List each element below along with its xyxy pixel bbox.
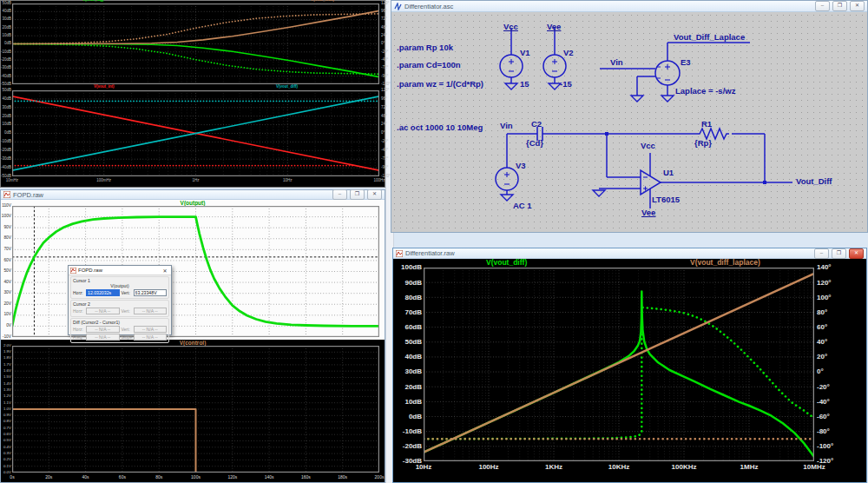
tick-label-left: 80dB (391, 294, 422, 301)
schematic-label-r1[interactable]: R1 (701, 120, 712, 129)
voltage-source-symbol[interactable] (543, 55, 566, 77)
schematic-label-vout[interactable]: Vout_Diff (796, 177, 832, 186)
restore-button[interactable]: ❐ (832, 1, 847, 11)
tick-label-left: 110V (0, 204, 11, 208)
diff-horz-input (86, 326, 120, 333)
bode-title-bar[interactable]: Differentiator.raw – ❐ ✕ (393, 248, 866, 259)
tick-label-x: 160s (297, 475, 314, 480)
tick-label-left: 1.7V (0, 363, 11, 367)
tick-label-right: 120° (817, 280, 832, 287)
schematic-label-param3[interactable]: .param wz = 1/(Cd*Rp) (397, 80, 483, 89)
tick-label-right: 120° (381, 2, 389, 6)
schematic-label-laplace[interactable]: Laplace = -s/wz (675, 87, 735, 96)
schematic-label-v2[interactable]: V2 (563, 49, 574, 57)
voltage-source-symbol[interactable] (500, 55, 523, 77)
tick-label-left: 40dB (0, 97, 11, 102)
tick-label-left: 100V (0, 215, 11, 219)
bode-window-title: Differentiator.raw (405, 249, 812, 257)
ground-symbol[interactable] (661, 96, 674, 102)
minimize-button[interactable]: – (815, 1, 830, 11)
minimize-button[interactable]: – (814, 248, 829, 259)
cursor1-horz-input[interactable] (86, 289, 120, 296)
schematic-label-cd[interactable]: {Cd} (526, 139, 543, 148)
tick-label-left: -20dB (391, 443, 422, 450)
schematic-label-param2[interactable]: .param Cd=100n (397, 61, 461, 69)
cursor2-group: Cursor 2 Horz: Vert: (70, 300, 169, 317)
schematic-canvas[interactable]: .param Rp 10k.param Cd=100n.param wz = 1… (391, 12, 867, 232)
wave-top-pane2[interactable] (12, 90, 379, 176)
schematic-label-vout_lap[interactable]: Vout_Diff_Laplace (674, 33, 745, 42)
schematic-label-ac[interactable]: .ac oct 1000 10 10Meg (397, 123, 483, 132)
schematic-label-c2[interactable]: C2 (531, 120, 542, 129)
schematic-label-v1val[interactable]: 15 (520, 80, 529, 89)
tick-label-left: 1.6V (0, 369, 11, 373)
tick-label-x: 10Hz (279, 179, 296, 183)
tick-label-right: 80° (817, 309, 827, 316)
tick-label-right: -72° (381, 157, 388, 162)
close-button[interactable]: ✕ (849, 248, 864, 259)
minimize-button[interactable]: – (332, 189, 347, 200)
ground-symbol[interactable] (505, 83, 517, 89)
schematic-label-param1[interactable]: .param Rp 10k (397, 43, 453, 52)
tick-label-left: 20dB (391, 384, 422, 391)
tick-label-left: 0.7V (0, 427, 11, 430)
voltage-source-symbol[interactable] (496, 168, 518, 190)
tick-label-right: 40° (817, 339, 827, 346)
schematic-label-vin_top[interactable]: Vin (610, 58, 623, 67)
tick-label-right: 0° (817, 368, 824, 375)
fopd-title-bar[interactable]: FOPD.raw – ❐ ✕ (1, 190, 385, 200)
restore-button[interactable]: ❐ (350, 189, 365, 200)
tick-label-left: 0dB (391, 414, 422, 420)
schematic-label-v3[interactable]: V3 (516, 162, 526, 170)
tick-label-right: 140° (817, 264, 832, 271)
tick-label-x: 40s (77, 475, 95, 480)
schematic-label-u1[interactable]: U1 (663, 169, 674, 177)
tick-label-x: 1MHz (730, 464, 768, 471)
close-button[interactable]: ✕ (850, 1, 865, 11)
slope-input (134, 334, 168, 341)
cursor-dialog[interactable]: FOPD.raw ✕ Cursor 1 V(output) Horz: Vert… (68, 265, 172, 335)
schematic-label-vee1[interactable]: Vee (547, 23, 561, 31)
schematic-label-e3[interactable]: E3 (681, 58, 691, 67)
schematic-label-vcc1[interactable]: Vcc (503, 23, 518, 31)
schematic-label-vin_bot[interactable]: Vin (500, 122, 513, 130)
tick-label-right: 100° (817, 294, 832, 301)
tick-label-left: 0.4V (0, 446, 11, 449)
tick-label-left: 0.5V (0, 439, 11, 442)
ground-symbol[interactable] (593, 190, 605, 196)
ground-symbol[interactable] (501, 195, 513, 201)
schematic-label-vee2[interactable]: Vee (641, 208, 655, 217)
ground-symbol[interactable] (549, 83, 561, 89)
cursor-dialog-close-icon[interactable]: ✕ (161, 268, 169, 274)
cursor1-vert-input[interactable] (134, 289, 168, 296)
bode-plot[interactable] (424, 268, 814, 461)
cursor2-horz-input (86, 308, 120, 314)
schematic-label-ac1[interactable]: AC 1 (513, 202, 532, 210)
tick-label-left: 40dB (391, 354, 422, 361)
fopd-control-plot[interactable] (12, 346, 379, 473)
schematic-label-v2val[interactable]: -15 (560, 80, 572, 89)
wave-top-pane1[interactable] (12, 3, 379, 84)
schematic-window[interactable]: Differentiator.asc – ❐ ✕ .param Rp 10k.p… (391, 0, 868, 233)
ground-symbol[interactable] (631, 96, 643, 102)
schematic-label-vcc2[interactable]: Vcc (641, 142, 655, 150)
restore-button[interactable]: ❐ (832, 248, 846, 259)
tick-label-left: 60dB (391, 324, 422, 331)
schematic-label-rp[interactable]: {Rp} (694, 139, 712, 148)
schematic-label-v1[interactable]: V1 (520, 49, 530, 57)
tick-label-right: 24° (381, 122, 387, 127)
tick-label-left: 40dB (0, 10, 11, 14)
tick-label-right: -100° (817, 443, 833, 450)
tick-label-right: 0° (381, 131, 385, 136)
schematic-label-lt[interactable]: LT6015 (652, 195, 680, 204)
tick-label-x: 10MHz (795, 464, 833, 471)
legend-item: V(vout_lead) (311, 0, 334, 3)
close-button[interactable]: ✕ (367, 189, 382, 200)
cursor-dialog-title-bar[interactable]: FOPD.raw ✕ (69, 266, 171, 275)
vert-label: Vert: (122, 290, 132, 295)
tick-label-right: -24° (381, 140, 388, 144)
tick-label-left: 1.1V (0, 401, 11, 405)
schematic-title-bar[interactable]: Differentiator.asc – ❐ ✕ (391, 1, 867, 12)
tick-label-left: 10dB (0, 34, 11, 38)
tick-label-left: 20dB (0, 26, 11, 30)
